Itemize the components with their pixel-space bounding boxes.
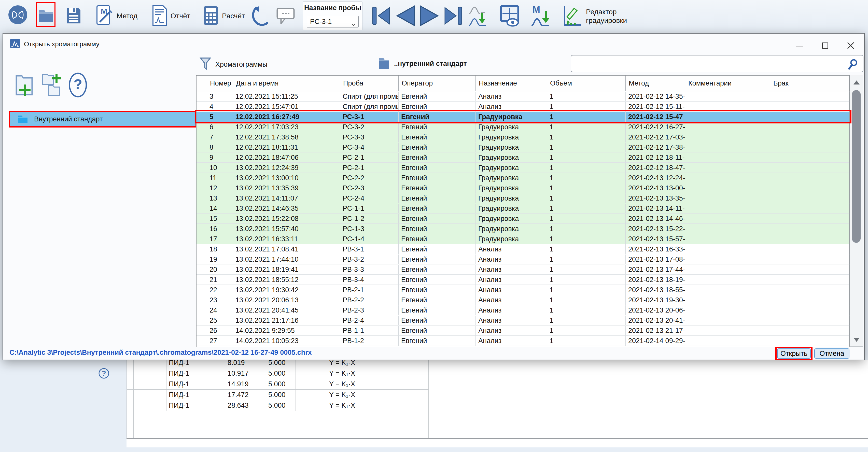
column-header-volume[interactable]: Объём: [547, 75, 626, 91]
maximize-button[interactable]: [817, 39, 833, 52]
open-chromatogram-dialog: Открыть хроматограмму ? Внутренний станд…: [3, 33, 865, 360]
table-cell-num: 27: [207, 336, 233, 346]
search-input[interactable]: [571, 55, 863, 72]
calibration-cell-formula: Y = K₁·X: [296, 390, 360, 400]
table-row[interactable]: 2013.02.2021 18:19:41РВ-3-3ЕвгенийАнализ…: [196, 265, 849, 275]
table-row[interactable]: 2213.02.2021 19:30:42РВ-2-1ЕвгенийАнализ…: [196, 285, 849, 295]
undo-button[interactable]: [251, 6, 269, 27]
table-cell-num: 24: [207, 305, 233, 315]
nav-prev-button[interactable]: [394, 5, 416, 28]
table-row[interactable]: 2614.02.2021 9:29:55РВ-1-1ЕвгенийАнализ1…: [196, 326, 849, 336]
column-header-purpose[interactable]: Назначение: [476, 75, 547, 91]
cancel-button[interactable]: Отмена: [814, 348, 849, 359]
save-button[interactable]: [66, 7, 82, 26]
calibration-editor-button[interactable]: Редактор градуировки: [562, 5, 672, 28]
open-folder-button[interactable]: [38, 8, 54, 25]
column-header-datetime[interactable]: Дата и время: [233, 75, 340, 91]
scroll-up-icon[interactable]: [854, 80, 860, 85]
method-download-button[interactable]: M: [530, 5, 551, 28]
table-cell-brak: [770, 336, 849, 346]
table-row[interactable]: 1813.02.2021 17:08:41РВ-3-1ЕвгенийАнализ…: [196, 244, 849, 255]
scrollbar-thumb[interactable]: [852, 90, 861, 243]
table-cell-datetime: 14.02.2021 9:29:55: [233, 326, 340, 336]
table-row[interactable]: 2513.02.2021 21:17:16РВ-2-4ЕвгенийАнализ…: [196, 316, 849, 326]
calibration-table-row[interactable]: ПИД-128.6435.000Y = K₁·X: [126, 400, 428, 411]
table-row[interactable]: 2714.02.2021 10:05:23РВ-1-2ЕвгенийАнализ…: [196, 336, 849, 346]
table-cell-sample: РС-2-3: [340, 183, 399, 193]
report-icon: [152, 5, 167, 27]
table-row[interactable]: 312.02.2021 15:11:25Спирт (для промьЕвге…: [196, 92, 849, 102]
table-cell-operator: Евгений: [399, 132, 476, 142]
table-row[interactable]: 612.02.2021 17:03:23РС-3-2ЕвгенийГрадуир…: [196, 122, 849, 132]
breadcrumb-current-folder[interactable]: ..нутренний стандарт: [377, 56, 467, 71]
column-header-brak[interactable]: Брак: [770, 75, 849, 91]
calibration-table-row[interactable]: ПИД-117.4725.000Y = K₁·X: [126, 390, 428, 400]
table-cell-operator: Евгений: [399, 214, 476, 224]
table-row[interactable]: 812.02.2021 18:11:31РС-3-4ЕвгенийГрадуир…: [196, 142, 849, 153]
table-row[interactable]: 1213.02.2021 13:35:39РС-2-3ЕвгенийГрадуи…: [196, 183, 849, 193]
column-header-operator[interactable]: Оператор: [399, 75, 476, 91]
help-icon[interactable]: ?: [98, 368, 110, 380]
column-header-comments[interactable]: Комментарии: [685, 75, 770, 91]
help-icon[interactable]: ?: [69, 72, 87, 99]
vertical-scrollbar[interactable]: [850, 75, 863, 347]
new-folder-button[interactable]: [15, 72, 34, 99]
search-icon[interactable]: [848, 59, 858, 71]
sample-name-select[interactable]: РС-3-1: [307, 16, 359, 28]
calibration-cell-blank: [360, 379, 410, 389]
comment-button[interactable]: [276, 8, 295, 26]
table-cell-operator: Евгений: [399, 275, 476, 285]
table-cell-datetime: 13.02.2021 21:17:16: [233, 316, 340, 325]
table-cell-operator: Евгений: [399, 153, 476, 163]
table-cell-volume: 1: [547, 153, 626, 163]
table-cell-volume: 1: [547, 326, 626, 336]
table-cell-sample: РС-2-1: [340, 163, 399, 173]
chromatogram-download-button[interactable]: [468, 5, 487, 28]
table-cell-method: 2021-02-13 17-44-: [626, 265, 685, 275]
column-header-indicator[interactable]: [196, 75, 207, 91]
copy-folders-button[interactable]: [42, 72, 61, 99]
table-row[interactable]: 912.02.2021 18:47:06РС-2-1ЕвгенийГрадуир…: [196, 153, 849, 163]
table-row[interactable]: 1013.02.2021 12:24:39РС-2-1ЕвгенийГрадуи…: [196, 163, 849, 173]
table-cell-method: 2021-02-12 16-27-: [626, 122, 685, 132]
table-row[interactable]: 512.02.2021 16:27:49РС-3-1ЕвгенийГрадуир…: [196, 112, 849, 122]
table-row[interactable]: 2313.02.2021 20:06:13РВ-2-2ЕвгенийАнализ…: [196, 295, 849, 305]
table-row[interactable]: 1313.02.2021 14:11:07РС-2-4ЕвгенийГрадуи…: [196, 193, 849, 204]
table-row[interactable]: 412.02.2021 15:47:01Спирт (для промьЕвге…: [196, 102, 849, 112]
column-header-method[interactable]: Метод: [626, 75, 685, 91]
table-row[interactable]: 2413.02.2021 20:41:45РВ-2-3ЕвгенийАнализ…: [196, 305, 849, 316]
grid-view-button[interactable]: [499, 5, 520, 28]
table-row[interactable]: 712.02.2021 17:38:58РС-3-3ЕвгенийГрадуир…: [196, 132, 849, 142]
table-cell-brak: [770, 153, 849, 163]
app-logo-icon[interactable]: [8, 5, 28, 26]
nav-first-button[interactable]: [372, 6, 391, 27]
nav-next-button[interactable]: [419, 5, 441, 28]
table-cell-indicator: [196, 112, 207, 122]
table-cell-comments: [685, 173, 770, 183]
table-row[interactable]: 1513.02.2021 15:22:08РС-1-2ЕвгенийГрадуи…: [196, 214, 849, 224]
scroll-down-icon[interactable]: [854, 338, 860, 342]
filter-chromatograms[interactable]: Хроматограммы: [199, 57, 268, 72]
calibration-cell-blank: [133, 368, 166, 379]
table-row[interactable]: 1413.02.2021 14:46:35РС-1-1ЕвгенийГрадуи…: [196, 204, 849, 214]
calibration-table-row[interactable]: ПИД-110.9175.000Y = K₁·X: [126, 368, 428, 379]
table-cell-method: 2021-02-13 14-46-: [626, 214, 685, 224]
table-cell-purpose: Градуировка: [476, 193, 547, 203]
calibration-table-row[interactable]: ПИД-114.9195.000Y = K₁·X: [126, 379, 428, 390]
table-row[interactable]: 1613.02.2021 15:57:40РС-1-3ЕвгенийГрадуи…: [196, 224, 849, 234]
minimize-button[interactable]: [792, 42, 807, 52]
close-button[interactable]: [843, 39, 858, 52]
table-row[interactable]: 1113.02.2021 13:00:10РС-2-2ЕвгенийГрадуи…: [196, 173, 849, 183]
table-cell-method: 2021-02-13 20-41-: [626, 316, 685, 325]
table-row[interactable]: 2113.02.2021 18:55:12РВ-3-4ЕвгенийАнализ…: [196, 275, 849, 285]
column-header-num[interactable]: Номер: [207, 75, 233, 91]
svg-text:?: ?: [101, 369, 106, 377]
table-row[interactable]: 1713.02.2021 16:33:11РС-1-4ЕвгенийГрадуи…: [196, 234, 849, 244]
nav-last-button[interactable]: [444, 6, 463, 27]
open-button[interactable]: Открыть: [777, 348, 811, 359]
table-row[interactable]: 1913.02.2021 17:44:10РВ-3-2ЕвгенийАнализ…: [196, 255, 849, 265]
table-cell-method: 2021-02-13 18-55-: [626, 285, 685, 295]
table-cell-indicator: [196, 153, 207, 163]
column-header-sample[interactable]: Проба: [340, 75, 399, 91]
calc-label: Расчёт: [222, 12, 245, 20]
